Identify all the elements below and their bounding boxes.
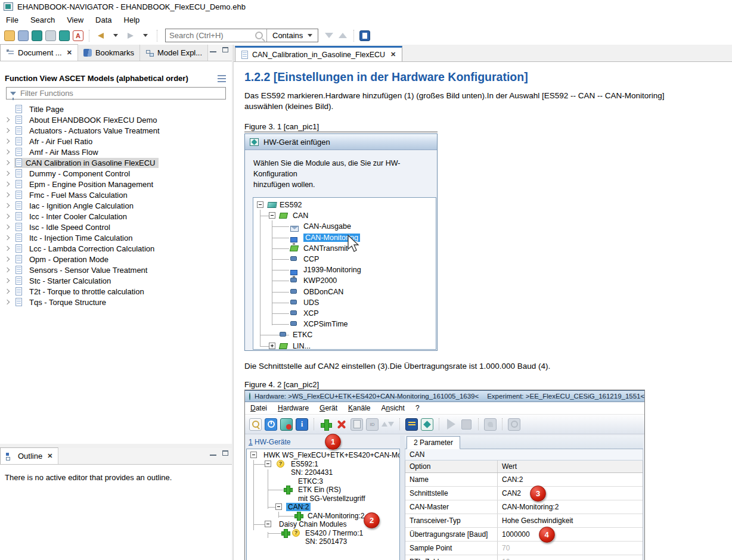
scroll-down-icon[interactable] [324, 30, 334, 41]
parameter-value[interactable]: 10 [498, 555, 643, 560]
chevron-right-icon[interactable] [5, 203, 10, 208]
pdf-icon[interactable] [73, 30, 83, 41]
back-icon[interactable] [95, 30, 107, 41]
module-tree-item[interactable]: XCPSimTime [253, 319, 436, 329]
contains-dropdown[interactable]: Contains [266, 29, 318, 42]
scope-icon[interactable] [421, 418, 433, 431]
chevron-right-icon[interactable] [5, 235, 10, 240]
function-tree-item[interactable]: Tqs - Torque Structure [0, 297, 232, 307]
parameter-value[interactable]: CAN23 [498, 487, 643, 500]
sort-icon[interactable] [381, 418, 394, 431]
hw-menu-item-kanle[interactable]: Kanäle [343, 403, 376, 413]
chevron-right-icon[interactable] [5, 214, 10, 219]
parameter-value[interactable]: CAN:2 [498, 473, 643, 486]
hw-menu-item-?[interactable]: ? [410, 403, 425, 413]
open-icon[interactable] [4, 30, 15, 41]
hw-panel-splitter[interactable] [400, 435, 405, 560]
parameter-row[interactable]: BTL-Zahl10 [405, 555, 643, 560]
chevron-right-icon[interactable] [5, 278, 10, 283]
function-tree-item[interactable]: Amf - Air Mass Flow [0, 147, 232, 157]
hw-tree-item[interactable]: ES592:1SN: 2204431 [247, 460, 399, 477]
chevron-right-icon[interactable] [5, 267, 10, 272]
tab-outline[interactable]: Outline ✕ [0, 447, 58, 464]
function-tree-item[interactable]: About EHANDBOOK FlexECU Demo [0, 114, 232, 125]
module-tree-item[interactable]: LIN... [253, 341, 436, 350]
tab-can-calibration[interactable]: CAN_Calibration_in_Gasoline_FlexECU ✕ [235, 46, 402, 61]
back-dropdown-icon[interactable] [110, 30, 122, 41]
delete-device-icon[interactable] [335, 418, 348, 431]
menu-item-file[interactable]: File [5, 14, 24, 26]
info-icon[interactable] [296, 418, 308, 431]
maximize-icon[interactable] [222, 450, 228, 456]
hw-tree-item[interactable]: CAN:2 [247, 503, 399, 512]
function-tree-item[interactable]: CAN Calibration in Gasoline FlexECU [0, 157, 232, 168]
function-tree-item[interactable]: Itc - Injection Time Calculation [0, 232, 232, 243]
parameter-row[interactable]: Sample Point70 [405, 542, 643, 555]
add-device-icon[interactable] [320, 418, 332, 431]
flash-icon[interactable] [484, 418, 497, 431]
search-input[interactable] [166, 30, 254, 41]
view-menu-icon[interactable] [218, 75, 226, 82]
save-icon[interactable] [18, 30, 29, 41]
power-icon[interactable] [265, 418, 277, 431]
tab-bookmarks[interactable]: Bookmarks [78, 45, 140, 61]
parameter-row[interactable]: CAN-MasterCAN-Monitoring:2 [405, 500, 643, 514]
chevron-right-icon[interactable] [5, 300, 10, 304]
module-tree-item[interactable]: ETKC [253, 329, 436, 340]
forward-icon[interactable] [125, 30, 137, 41]
filter-functions-input[interactable]: Filter Functions [6, 87, 226, 99]
sync-settings-icon[interactable] [359, 30, 370, 41]
chevron-right-icon[interactable] [5, 246, 10, 251]
parameter-row[interactable]: Transceiver-TypHohe Geschwindigkeit [405, 514, 643, 528]
hw-tree-item[interactable]: ETK Ein (RS)mit SG-Verstellzugriff [247, 486, 399, 503]
tab-model-expl-[interactable]: Model Expl... [140, 45, 208, 61]
minimize-icon[interactable] [210, 47, 216, 52]
function-tree-item[interactable]: Icc - Inter Cooler Calculation [0, 211, 232, 222]
module-tree-item[interactable]: CCP [253, 254, 436, 265]
function-tree-item[interactable]: Afr - Air Fuel Ratio [0, 136, 232, 147]
export-icon[interactable] [59, 30, 70, 41]
function-tree-item[interactable]: Iac - Ignition Angle Calculation [0, 200, 232, 211]
scroll-up-icon[interactable] [337, 30, 348, 41]
collapse-icon[interactable] [265, 461, 271, 467]
tab-parameter[interactable]: 2 Parameter [407, 436, 460, 449]
menu-item-view[interactable]: View [66, 14, 89, 26]
function-tree-item[interactable]: Sensors - Sensor Value Treatment [0, 265, 232, 275]
hw-menu-item-gert[interactable]: Gerät [314, 403, 343, 413]
chevron-right-icon[interactable] [5, 128, 10, 133]
display-icon[interactable] [405, 418, 418, 431]
menu-item-search[interactable]: Search [29, 14, 61, 26]
menu-item-help[interactable]: Help [123, 14, 146, 26]
collapse-icon[interactable] [265, 521, 271, 527]
close-icon[interactable]: ✕ [47, 452, 52, 460]
function-tree-item[interactable]: Fmc - Fuel Mass Calculation [0, 189, 232, 200]
find-icon[interactable] [508, 418, 520, 431]
function-tree-item[interactable]: Lcc - Lambda Correction Calculation [0, 243, 232, 254]
chevron-right-icon[interactable] [5, 139, 10, 144]
function-tree-item[interactable]: Stc - Starter Calculation [0, 275, 232, 286]
hw-tree-item[interactable]: ETKC:3 [247, 477, 399, 486]
module-tree-item[interactable]: CANTransmit [253, 243, 436, 254]
tab-document-[interactable]: Document ...✕ [0, 44, 78, 61]
chevron-right-icon[interactable] [5, 182, 10, 186]
chevron-right-icon[interactable] [5, 192, 10, 197]
parameter-value[interactable]: Hohe Geschwindigkeit [498, 514, 643, 527]
chevron-right-icon[interactable] [5, 160, 10, 165]
chevron-right-icon[interactable] [5, 171, 10, 176]
print-icon[interactable] [45, 30, 56, 41]
collapse-icon[interactable] [269, 212, 275, 219]
module-tree-item[interactable]: CAN-Ausgabe [253, 221, 436, 232]
hw-menu-item-datei[interactable]: Datei [245, 403, 272, 413]
parameter-value[interactable]: CAN-Monitoring:2 [498, 500, 643, 514]
search-icon[interactable] [255, 32, 263, 39]
ebook-icon[interactable] [32, 30, 42, 41]
hw-menu-item-hardware[interactable]: Hardware [272, 403, 314, 413]
module-tree-item[interactable]: UDS [253, 297, 436, 308]
hw-search-icon[interactable] [249, 418, 262, 431]
function-tree-item[interactable]: T2t - Torque to throttle calculation [0, 286, 232, 297]
maximize-icon[interactable] [222, 47, 228, 52]
chevron-right-icon[interactable] [5, 225, 10, 229]
stop-icon[interactable] [460, 418, 473, 431]
hw-menu-item-ansicht[interactable]: Ansicht [376, 403, 410, 413]
function-tree-item[interactable]: Actuators - Actuators Value Treatment [0, 125, 232, 136]
